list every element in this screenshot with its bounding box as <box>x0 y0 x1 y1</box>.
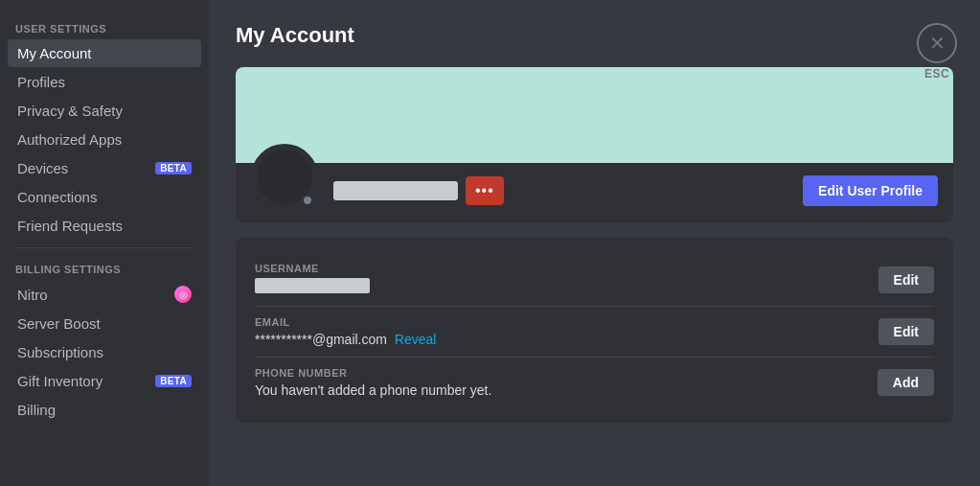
sidebar: User Settings My Account Profiles Privac… <box>0 0 209 486</box>
sidebar-item-label: My Account <box>17 45 192 61</box>
beta-badge: BETA <box>155 375 192 387</box>
sidebar-item-authorized-apps[interactable]: Authorized Apps <box>8 126 201 153</box>
phone-row: PHONE NUMBER You haven't added a phone n… <box>255 358 934 407</box>
edit-user-profile-button[interactable]: Edit User Profile <box>803 175 938 206</box>
sidebar-item-label: Billing <box>17 402 192 418</box>
avatar-status-indicator <box>301 194 314 207</box>
username-display-placeholder <box>333 181 458 200</box>
sidebar-item-nitro[interactable]: Nitro ◎ <box>8 280 201 309</box>
sidebar-item-label: Subscriptions <box>17 344 192 360</box>
sidebar-item-connections[interactable]: Connections <box>8 183 201 211</box>
email-edit-button[interactable]: Edit <box>878 318 934 345</box>
more-options-button[interactable]: ••• <box>466 176 504 205</box>
avatar-container <box>251 144 318 211</box>
masked-email: ***********@gmail.com <box>255 332 387 347</box>
phone-add-button[interactable]: Add <box>877 369 934 396</box>
page-title: My Account <box>236 23 953 48</box>
profile-banner <box>236 67 953 163</box>
sidebar-divider <box>15 247 194 248</box>
profile-card: ••• Edit User Profile <box>236 67 953 222</box>
sidebar-item-label: Devices <box>17 160 155 176</box>
phone-label: PHONE NUMBER <box>255 367 877 379</box>
esc-button[interactable]: ✕ <box>917 23 957 63</box>
email-row: EMAIL ***********@gmail.com Reveal Edit <box>255 307 934 358</box>
username-content: USERNAME <box>255 263 878 296</box>
nitro-icon: ◎ <box>174 286 192 303</box>
username-row: USERNAME Edit <box>255 253 934 307</box>
user-settings-label: User Settings <box>8 15 201 38</box>
username-label: USERNAME <box>255 263 878 274</box>
sidebar-item-label: Gift Inventory <box>17 373 155 389</box>
sidebar-item-label: Friend Requests <box>17 218 192 234</box>
sidebar-item-subscriptions[interactable]: Subscriptions <box>8 338 201 366</box>
sidebar-item-gift-inventory[interactable]: Gift Inventory BETA <box>8 367 201 395</box>
sidebar-item-label: Server Boost <box>17 315 192 332</box>
username-value-placeholder <box>255 278 370 293</box>
sidebar-item-friend-requests[interactable]: Friend Requests <box>8 212 201 240</box>
beta-badge: BETA <box>155 162 192 174</box>
sidebar-item-billing[interactable]: Billing <box>8 396 201 424</box>
close-icon: ✕ <box>929 32 946 55</box>
sidebar-item-label: Privacy & Safety <box>17 103 192 119</box>
sidebar-item-server-boost[interactable]: Server Boost <box>8 310 201 337</box>
esc-label: ESC <box>924 67 949 81</box>
username-bar: ••• <box>333 176 803 205</box>
sidebar-item-my-account[interactable]: My Account <box>8 39 201 67</box>
sidebar-item-label: Authorized Apps <box>17 131 192 148</box>
sidebar-item-profiles[interactable]: Profiles <box>8 68 201 96</box>
billing-settings-label: Billing Settings <box>8 256 201 279</box>
account-details: USERNAME Edit EMAIL ***********@gmail.co… <box>236 238 953 423</box>
sidebar-item-privacy-safety[interactable]: Privacy & Safety <box>8 97 201 125</box>
reveal-email-link[interactable]: Reveal <box>395 332 437 347</box>
email-value: ***********@gmail.com Reveal <box>255 332 878 347</box>
phone-value: You haven't added a phone number yet. <box>255 382 877 398</box>
phone-content: PHONE NUMBER You haven't added a phone n… <box>255 367 877 398</box>
main-content: My Account ••• Edit User Profile USERNAM… <box>209 0 980 486</box>
email-content: EMAIL ***********@gmail.com Reveal <box>255 316 878 347</box>
esc-container[interactable]: ✕ ESC <box>917 23 957 81</box>
more-dots-icon: ••• <box>475 182 494 199</box>
sidebar-item-label: Connections <box>17 189 192 205</box>
username-edit-button[interactable]: Edit <box>878 266 934 293</box>
sidebar-item-devices[interactable]: Devices BETA <box>8 154 201 182</box>
sidebar-item-label: Nitro <box>17 287 174 303</box>
sidebar-item-label: Profiles <box>17 74 192 90</box>
profile-info-row: ••• Edit User Profile <box>236 163 953 222</box>
username-value <box>255 278 878 296</box>
email-label: EMAIL <box>255 316 878 328</box>
